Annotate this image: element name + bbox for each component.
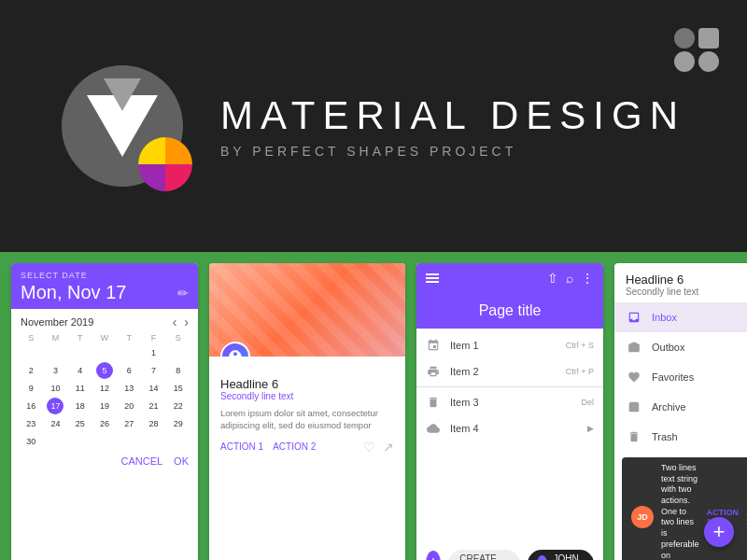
calendar-nav: ‹ › xyxy=(173,315,189,329)
calendar-days: 1 2345678 9101112131415 16171819202122 2… xyxy=(19,344,190,450)
nav-drawer-card: Headline 6 Secondly line text Inbox Outb… xyxy=(614,263,747,560)
nav-item-archive-label: Archive xyxy=(652,401,747,413)
article-actions: ACTION 1 ACTION 2 ♡ ↗ xyxy=(220,440,394,455)
appbar-card: ⇧ ⌕ ⋮ Page title Item 1 Ctrl + S xyxy=(416,263,603,560)
menu-item-3-shortcut: Del xyxy=(581,398,594,407)
trash-icon xyxy=(626,428,642,445)
main-grid: SELECT DATE Mon, Nov 17 ✏ November 2019 … xyxy=(0,252,747,560)
snackbar-avatar: JD xyxy=(631,506,654,528)
logo-android-inner xyxy=(150,149,180,179)
snackbar: JD Two lines text string with two action… xyxy=(622,457,747,560)
article-card: Headline 6 Secondly line text Lorem ipsu… xyxy=(209,263,405,560)
create-doc-button[interactable]: CREATE NEW DOC xyxy=(448,550,520,560)
menu-item-1-label: Item 1 xyxy=(450,340,557,351)
menu-divider xyxy=(416,386,603,387)
content-section: SELECT DATE Mon, Nov 17 ✏ November 2019 … xyxy=(0,252,747,560)
nav-item-outbox[interactable]: Outbox xyxy=(614,332,747,362)
menu-item-4-icon xyxy=(426,421,441,436)
calendar-footer: CANCEL OK xyxy=(11,452,198,472)
article-content: Headline 6 Secondly line text Lorem ipsu… xyxy=(209,357,405,560)
archive-icon xyxy=(626,399,642,415)
hamburger-menu-button[interactable] xyxy=(426,273,439,283)
nav-item-inbox[interactable]: Inbox xyxy=(614,302,747,332)
menu-list: Item 1 Ctrl + S Item 2 Ctrl + P Item 3 xyxy=(416,329,603,544)
search-icon[interactable]: ⌕ xyxy=(566,271,573,286)
calendar-next-button[interactable]: › xyxy=(184,315,189,329)
nav-item-outbox-label: Outbox xyxy=(652,342,747,353)
article-share-icon[interactable]: ↗ xyxy=(383,440,394,455)
nav-item-archive[interactable]: Archive xyxy=(614,392,747,422)
menu-item-4-label: Item 4 xyxy=(450,423,578,434)
nav-item-favorites[interactable]: Favorites xyxy=(614,362,747,392)
nav-item-trash[interactable]: Trash xyxy=(614,422,747,452)
header-title: MATERIAL DESIGN xyxy=(220,93,685,138)
calendar-edit-icon[interactable]: ✏ xyxy=(177,286,189,301)
more-options-icon[interactable]: ⋮ xyxy=(581,271,594,286)
outbox-icon xyxy=(626,339,642,356)
header-subtitle: BY PERFECT SHAPES PROJECT xyxy=(220,144,685,159)
app-bar-title-bar: Page title xyxy=(416,293,603,329)
article-action-buttons: ACTION 1 ACTION 2 xyxy=(220,441,316,452)
favorites-icon xyxy=(626,369,642,385)
calendar-cancel-button[interactable]: CANCEL xyxy=(120,455,162,467)
calendar-weekdays: SMTWTFS xyxy=(19,333,190,343)
calendar-ok-button[interactable]: OK xyxy=(174,455,189,467)
figma-shape-1 xyxy=(674,28,695,49)
calendar-select-label: SELECT DATE xyxy=(21,271,189,280)
figma-shapes xyxy=(674,28,719,72)
calendar-month-row: November 2019 ‹ › xyxy=(11,309,198,331)
fab-row: + CREATE NEW DOC JOHN DOE xyxy=(416,544,603,560)
nav-subline: Secondly line text xyxy=(626,287,747,297)
inbox-icon xyxy=(626,309,642,326)
article-subline: Secondly line text xyxy=(220,391,394,401)
fab-button[interactable]: + xyxy=(426,551,441,560)
menu-item-2-icon xyxy=(426,364,441,379)
article-action1-button[interactable]: ACTION 1 xyxy=(220,441,263,452)
nav-item-inbox-label: Inbox xyxy=(652,312,747,323)
logo-android-icon xyxy=(138,137,192,191)
article-body: Lorem ipsum dolor sit amet, consectetur … xyxy=(220,407,394,432)
calendar-grid: SMTWTFS 1 2345678 9101112131415 16171819… xyxy=(11,331,198,452)
article-headline: Headline 6 xyxy=(220,377,394,391)
global-fab-button[interactable]: + xyxy=(704,517,734,547)
nav-item-favorites-label: Favorites xyxy=(652,371,747,383)
calendar-date-row: Mon, Nov 17 ✏ xyxy=(21,282,189,303)
calendar-card: SELECT DATE Mon, Nov 17 ✏ November 2019 … xyxy=(11,263,198,560)
profile-avatar xyxy=(537,555,548,560)
calendar-prev-button[interactable]: ‹ xyxy=(173,315,177,329)
header-text: MATERIAL DESIGN BY PERFECT SHAPES PROJEC… xyxy=(220,93,685,159)
calendar-date: Mon, Nov 17 xyxy=(21,282,126,303)
menu-item-3[interactable]: Item 3 Del xyxy=(416,389,603,415)
calendar-month-label: November 2019 xyxy=(21,316,93,328)
menu-item-4-shortcut: ▶ xyxy=(587,424,594,433)
nav-headline: Headline 6 xyxy=(626,273,747,287)
page-title: Page title xyxy=(479,302,542,319)
profile-chip[interactable]: JOHN DOE xyxy=(528,550,594,560)
menu-item-3-icon xyxy=(426,395,441,410)
app-bar-actions: ⇧ ⌕ ⋮ xyxy=(547,271,594,286)
figma-shape-3 xyxy=(698,28,719,49)
header-logo xyxy=(62,65,183,187)
menu-item-2-shortcut: Ctrl + P xyxy=(566,367,594,376)
figma-icon xyxy=(674,28,719,72)
nav-list: Inbox Outbox Favorites xyxy=(614,302,747,452)
menu-item-2-label: Item 2 xyxy=(450,366,557,377)
article-image xyxy=(209,263,405,357)
app-bar: ⇧ ⌕ ⋮ xyxy=(416,263,603,293)
logo-inner-triangle xyxy=(104,78,141,111)
figma-shape-2 xyxy=(674,51,695,72)
menu-item-1-icon xyxy=(426,338,441,353)
menu-item-3-label: Item 3 xyxy=(450,397,571,408)
snackbar-text: Two lines text string with two actions. … xyxy=(661,463,699,560)
figma-shape-4 xyxy=(698,51,719,72)
header: MATERIAL DESIGN BY PERFECT SHAPES PROJEC… xyxy=(0,0,747,252)
menu-item-1-shortcut: Ctrl + S xyxy=(566,341,594,350)
article-heart-icon[interactable]: ♡ xyxy=(363,440,375,455)
profile-name: JOHN DOE xyxy=(553,553,585,560)
article-action2-button[interactable]: ACTION 2 xyxy=(273,441,316,452)
logo-circle xyxy=(62,65,183,187)
menu-item-2[interactable]: Item 2 Ctrl + P xyxy=(416,358,603,385)
menu-item-4[interactable]: Item 4 ▶ xyxy=(416,415,603,441)
menu-item-1[interactable]: Item 1 Ctrl + S xyxy=(416,332,603,358)
share-icon[interactable]: ⇧ xyxy=(547,271,558,286)
